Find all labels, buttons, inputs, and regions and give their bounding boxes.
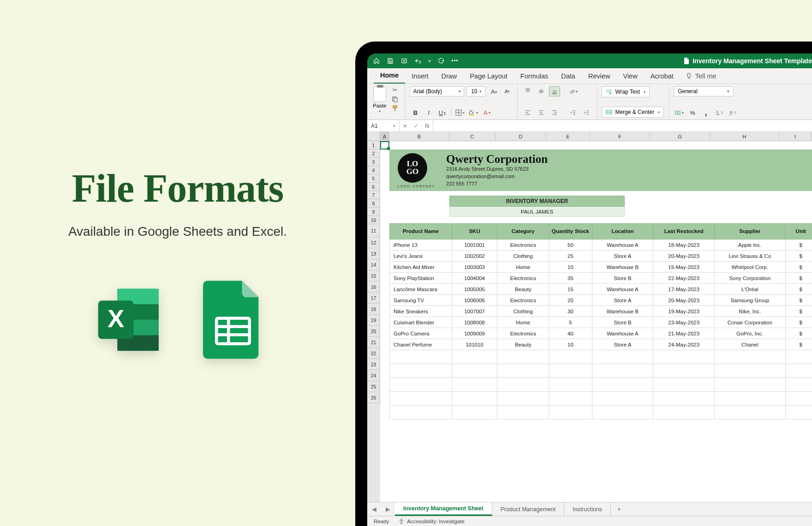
table-cell[interactable]: 1001001: [452, 239, 497, 251]
sheet-tab[interactable]: Instructions: [564, 502, 611, 516]
merge-center-button[interactable]: Merge & Center: [602, 107, 664, 118]
ribbon-tab-home[interactable]: Home: [374, 68, 405, 84]
table-cell[interactable]: Electronics: [497, 328, 549, 339]
table-header[interactable]: Unit: [785, 224, 812, 239]
table-cell[interactable]: [497, 406, 549, 419]
column-header[interactable]: H: [710, 132, 779, 141]
home-icon[interactable]: [372, 56, 381, 66]
table-cell[interactable]: 25: [549, 251, 592, 262]
row-header[interactable]: 12: [367, 237, 380, 248]
table-cell[interactable]: $: [785, 339, 812, 350]
table-cell[interactable]: Warehouse B: [592, 306, 653, 317]
row-header[interactable]: 19: [367, 315, 380, 326]
table-header[interactable]: Location: [592, 224, 653, 239]
table-cell[interactable]: 18-May-2023: [653, 239, 715, 251]
bold-button[interactable]: B: [410, 108, 421, 118]
table-cell[interactable]: 20: [549, 295, 592, 306]
font-size-select[interactable]: 10: [466, 86, 486, 96]
table-cell[interactable]: 35: [549, 273, 592, 284]
table-cell[interactable]: Clothing: [497, 251, 549, 262]
table-cell[interactable]: 10: [549, 262, 592, 273]
table-cell[interactable]: [653, 364, 715, 378]
table-row[interactable]: [390, 364, 812, 378]
table-cell[interactable]: [452, 350, 497, 364]
table-cell[interactable]: Beauty: [497, 339, 549, 350]
table-cell[interactable]: Apple Inc.: [715, 239, 785, 251]
more-icon[interactable]: •••: [450, 56, 460, 66]
row-header[interactable]: 15: [367, 270, 380, 281]
table-row[interactable]: GoPro Camera1009009Electronics40Warehous…: [390, 328, 812, 339]
table-cell[interactable]: 17-May-2023: [653, 284, 715, 295]
table-cell[interactable]: 22-May-2023: [653, 273, 715, 284]
ribbon-tab-data[interactable]: Data: [555, 69, 582, 84]
table-cell[interactable]: [497, 364, 549, 378]
table-cell[interactable]: Levi Strauss & Co: [715, 251, 785, 262]
table-cell[interactable]: [390, 350, 452, 364]
table-cell[interactable]: [497, 392, 549, 406]
table-cell[interactable]: Samsung TV: [390, 295, 452, 306]
table-cell[interactable]: 40: [549, 328, 592, 339]
sheet-tab[interactable]: Inventory Management Sheet: [395, 502, 492, 516]
table-cell[interactable]: iPhone 13: [390, 239, 452, 251]
table-cell[interactable]: Electronics: [497, 239, 549, 251]
table-cell[interactable]: 19-May-2023: [653, 306, 715, 317]
decrease-indent-icon[interactable]: [567, 108, 579, 118]
table-cell[interactable]: 1007007: [452, 306, 497, 317]
table-cell[interactable]: $: [785, 317, 812, 328]
table-cell[interactable]: [592, 406, 653, 419]
accounting-format-icon[interactable]: [674, 108, 685, 118]
align-right-icon[interactable]: [549, 108, 560, 118]
table-cell[interactable]: [390, 392, 452, 406]
row-header[interactable]: 8: [367, 199, 380, 208]
table-cell[interactable]: $: [785, 295, 812, 306]
table-cell[interactable]: [785, 350, 812, 364]
formula-input[interactable]: [433, 120, 812, 132]
increase-decimal-icon[interactable]: .0.00: [714, 108, 725, 118]
table-cell[interactable]: 1004004: [452, 273, 497, 284]
row-header[interactable]: 5: [367, 174, 380, 183]
table-cell[interactable]: 1009009: [452, 328, 497, 339]
table-cell[interactable]: 101010: [452, 339, 497, 350]
column-header[interactable]: E: [546, 132, 590, 141]
table-cell[interactable]: [653, 406, 715, 419]
cancel-formula-icon[interactable]: ✕: [400, 123, 411, 129]
table-cell[interactable]: 50: [549, 239, 592, 251]
table-cell[interactable]: Store B: [592, 273, 653, 284]
row-header[interactable]: 16: [367, 281, 380, 293]
decrease-decimal-icon[interactable]: .00.0: [727, 108, 738, 118]
table-cell[interactable]: $: [785, 251, 812, 262]
row-header[interactable]: 3: [367, 158, 380, 166]
table-cell[interactable]: [592, 392, 653, 406]
undo-dropdown-icon[interactable]: [427, 56, 432, 66]
accessibility-status[interactable]: Accessibility: Investigate: [398, 518, 465, 525]
row-header[interactable]: 24: [367, 370, 380, 381]
table-cell[interactable]: 1005005: [452, 284, 497, 295]
table-row[interactable]: Samsung TV1006006Electronics20Store A20-…: [390, 295, 812, 306]
table-row[interactable]: [390, 378, 812, 392]
save-icon[interactable]: [386, 56, 395, 66]
table-cell[interactable]: Warehouse B: [592, 262, 653, 273]
table-cell[interactable]: [715, 378, 785, 392]
table-cell[interactable]: [715, 392, 785, 406]
table-cell[interactable]: [785, 378, 812, 392]
table-cell[interactable]: $: [785, 273, 812, 284]
table-cell[interactable]: [452, 392, 497, 406]
table-cell[interactable]: GoPro Camera: [390, 328, 452, 339]
orientation-icon[interactable]: ab: [567, 86, 579, 96]
format-painter-icon[interactable]: [390, 105, 400, 112]
table-cell[interactable]: Home: [497, 317, 549, 328]
cut-icon[interactable]: ✂: [390, 86, 400, 94]
number-format-select[interactable]: General▾: [674, 86, 734, 96]
table-cell[interactable]: Warehouse A: [592, 284, 653, 295]
row-header[interactable]: 10: [367, 216, 380, 224]
table-cell[interactable]: L'Oréal: [715, 284, 785, 295]
table-cell[interactable]: [390, 406, 452, 419]
column-header[interactable]: B: [389, 132, 449, 141]
table-cell[interactable]: [785, 406, 812, 419]
row-header[interactable]: 18: [367, 304, 380, 315]
enter-formula-icon[interactable]: ✓: [411, 123, 422, 129]
table-cell[interactable]: Chanel Perfume: [390, 339, 452, 350]
row-header[interactable]: 13: [367, 248, 380, 259]
row-header[interactable]: 4: [367, 166, 380, 174]
table-cell[interactable]: Beauty: [497, 284, 549, 295]
